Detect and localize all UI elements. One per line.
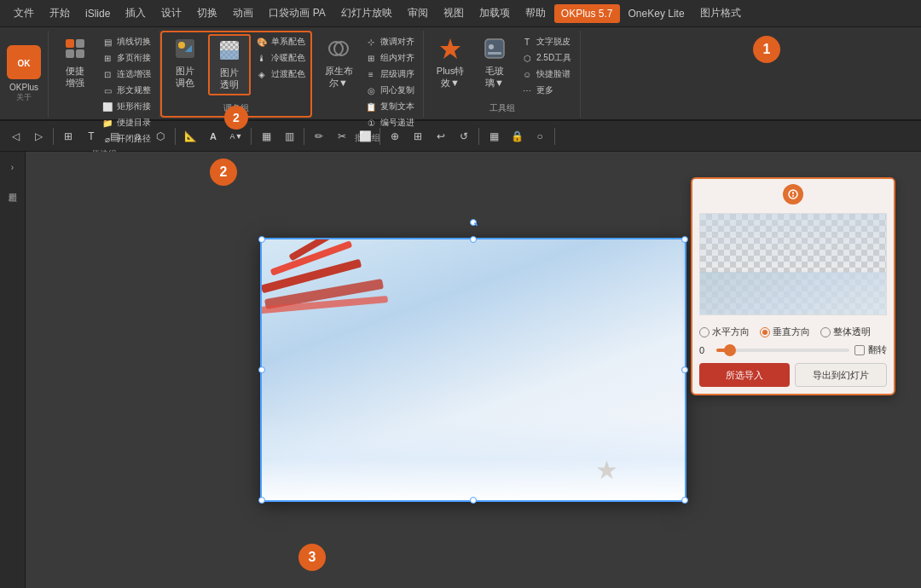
left-panel-toggle[interactable]: › [6, 160, 20, 174]
ribbon-group-tools: Plus特 效▼ 毛玻 璃▼ T [424, 31, 581, 118]
btn-export-slide[interactable]: 导出到幻灯片 [795, 363, 887, 387]
toolbar-sep-6 [478, 128, 479, 145]
toolbar-sep-2 [175, 128, 176, 145]
toolbar-btn-list[interactable]: ▤ [104, 126, 125, 147]
toolbar-btn-music[interactable]: ♫ [127, 126, 148, 147]
svg-rect-19 [488, 52, 501, 55]
btn-plus-effect[interactable]: Plus特 效▼ [429, 34, 472, 92]
toolbar-btn-redo[interactable]: ▷ [28, 126, 49, 147]
toolbar-btn-undo2[interactable]: ↩ [431, 126, 451, 147]
btn-img-color[interactable]: 图片 调色 [164, 34, 206, 92]
toolbar-btn-square[interactable]: ⬜ [355, 126, 375, 147]
toolbar-sep-4 [304, 128, 304, 145]
toolbar-btn-copy-sq[interactable]: ⊕ [385, 126, 405, 147]
menu-transition[interactable]: 切换 [190, 3, 224, 24]
checkbox-row: 翻转 [854, 343, 887, 356]
btn-more[interactable]: ⋯ 更多 [518, 83, 575, 98]
btn-concentric-copy[interactable]: ◎ 同心复制 [362, 83, 418, 98]
toolbar-btn-redo2[interactable]: ↺ [454, 126, 474, 147]
handle-rotate[interactable] [470, 219, 477, 226]
toolbar-btn-lock[interactable]: 🔒 [507, 126, 527, 147]
menu-onekey[interactable]: OneKey Lite [622, 4, 692, 23]
float-panel-preview [699, 213, 887, 315]
checkbox-flip[interactable] [854, 345, 865, 355]
slider-track[interactable] [716, 349, 849, 352]
single-color-icon: 🎨 [256, 36, 268, 48]
warm-cool-icon: 🌡 [256, 52, 268, 64]
toolbar-btn-cut[interactable]: ✂ [332, 126, 352, 147]
btn-layer-order[interactable]: ≡ 层级调序 [362, 66, 418, 82]
menu-start[interactable]: 开始 [43, 3, 77, 24]
btn-blur-glass[interactable]: 毛玻 璃▼ [473, 34, 516, 92]
toolbar-btn-pen[interactable]: ✏ [309, 126, 329, 147]
checkbox-flip-label: 翻转 [868, 343, 887, 356]
btn-copy-text[interactable]: 📋 复制文本 [362, 99, 418, 114]
btn-rect-join[interactable]: ⬜ 矩形衔接 [98, 99, 154, 114]
btn-img-transparent[interactable]: 图片 透明 [208, 34, 251, 95]
btn-group-align[interactable]: ⊞ 组内对齐 [362, 50, 418, 66]
toolbar-sep-7 [554, 128, 555, 145]
btn-gradient-color[interactable]: ◈ 过渡配色 [252, 66, 309, 82]
btn-shape-norm[interactable]: ▭ 形文规整 [98, 83, 154, 98]
toolbar-btn-circle[interactable]: ○ [530, 126, 550, 147]
menu-picture-format[interactable]: 图片格式 [693, 3, 748, 24]
btn-shortcut-enhance[interactable]: 便捷 增强 [54, 34, 96, 92]
svg-rect-2 [66, 39, 74, 48]
btn-face-template[interactable]: ☺ 快捷脸谱 [518, 66, 575, 82]
btn-native-bool[interactable]: 原生布 尔▼ [317, 34, 360, 92]
menu-slideshow[interactable]: 幻灯片放映 [334, 3, 399, 24]
toolbar-btn-align[interactable]: ▦ [256, 126, 276, 147]
menu-pocket-pa[interactable]: 口袋动画 PA [262, 3, 332, 24]
menu-insert[interactable]: 插入 [119, 3, 153, 24]
menu-review[interactable]: 审阅 [401, 3, 435, 24]
toolbar-btn-measure[interactable]: 📐 [180, 126, 200, 147]
btn-multi-page[interactable]: ⊞ 多页衔接 [98, 50, 154, 66]
toolbar-btn-grid[interactable]: ⊞ [58, 126, 78, 147]
toolbar: ◁ ▷ ⊞ T ▤ ♫ ⬡ 📐 A A▼ ▦ ▥ ✏ ✂ ⬜ ⊕ ⊞ ↩ ↺ ▦… [0, 121, 921, 152]
toolbar-btn-grid2[interactable]: ⊞ [408, 126, 428, 147]
menu-file[interactable]: 文件 [7, 3, 41, 24]
svg-point-22 [792, 195, 794, 197]
btn-text-peel[interactable]: T 文字脱皮 [518, 34, 575, 49]
menu-islide[interactable]: iSlide [78, 4, 117, 23]
okplus-icon: OK [7, 45, 41, 79]
btn-fill-switch[interactable]: ▤ 填线切换 [98, 34, 154, 49]
main-area: › 图层栏 ★ [0, 152, 921, 588]
btn-2d5-tool[interactable]: ⬡ 2.5D工具 [518, 50, 575, 66]
btn-micro-align[interactable]: ⊹ 微调对齐 [362, 34, 418, 49]
btn-import-selected[interactable]: 所选导入 [699, 363, 790, 387]
menu-design[interactable]: 设计 [154, 3, 188, 24]
slider-thumb[interactable] [724, 344, 736, 356]
menu-view[interactable]: 视图 [437, 3, 471, 24]
svg-rect-17 [485, 39, 504, 58]
toolbar-btn-shape[interactable]: ⬡ [150, 126, 171, 147]
shape-norm-icon: ▭ [101, 84, 113, 96]
radio-row: 水平方向 垂直方向 整体透明 [699, 326, 887, 338]
svg-point-7 [178, 42, 185, 49]
radio-vertical[interactable]: 垂直方向 [760, 326, 810, 338]
toolbar-btn-fontA[interactable]: A [203, 126, 223, 147]
canvas-area: ★ [26, 152, 921, 588]
btn-warm-cool[interactable]: 🌡 冷暖配色 [252, 50, 309, 66]
toolbar-btn-undo[interactable]: ◁ [5, 126, 26, 147]
btn-single-color[interactable]: 🎨 单系配色 [252, 34, 309, 49]
select-enhance-icon: ⊡ [101, 68, 113, 80]
menu-animation[interactable]: 动画 [226, 3, 260, 24]
menu-okplus[interactable]: OKPlus 5.7 [554, 4, 620, 23]
2d5-tool-icon: ⬡ [521, 52, 533, 64]
toolbar-btn-table[interactable]: ▦ [484, 126, 504, 147]
btn-select-enhance[interactable]: ⊡ 连选增强 [98, 66, 154, 82]
menu-help[interactable]: 帮助 [518, 3, 553, 24]
panel-buttons: 所选导入 导出到幻灯片 [699, 363, 887, 387]
slider-value: 0 [699, 345, 711, 355]
radio-horizontal[interactable]: 水平方向 [699, 326, 750, 338]
radio-overall[interactable]: 整体透明 [820, 326, 871, 338]
radio-overall-label: 整体透明 [833, 326, 871, 338]
svg-rect-5 [76, 49, 84, 58]
toolbar-btn-align2[interactable]: ▥ [279, 126, 299, 147]
menu-addins[interactable]: 加载项 [472, 3, 517, 24]
group-align-icon: ⊞ [365, 52, 377, 64]
step-badge-2: 2 [224, 106, 248, 130]
fill-switch-icon: ▤ [101, 36, 113, 48]
toolbar-btn-text[interactable]: T [81, 126, 101, 147]
